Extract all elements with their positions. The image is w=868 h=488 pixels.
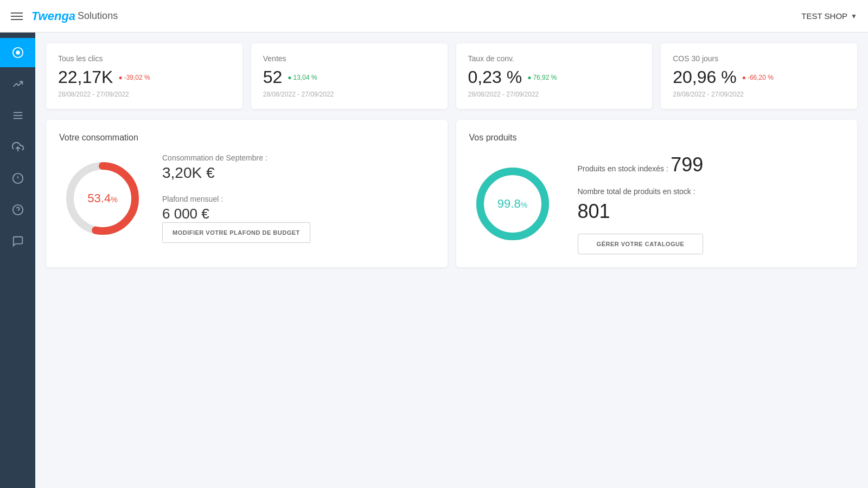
conso-septembre-block: Consommation de Septembre : 3,20K € (162, 153, 310, 182)
bottom-panels: Votre consommation 53.4% Consomma (46, 120, 857, 267)
menu-button[interactable] (11, 12, 23, 20)
stat-card-clics-value-row: 22,17K ● -39,02 % (58, 67, 231, 87)
stat-card-conv-value-row: 0,23 % ● 76,92 % (468, 67, 641, 87)
conso-donut: 53.4% (59, 155, 146, 242)
logo: Twenga Solutions (31, 9, 118, 23)
dot-icon: ● (742, 74, 746, 81)
conso-percentage-text: 53.4% (87, 191, 117, 206)
sidebar (0, 33, 35, 488)
products-stats: Produits en stock indexés : 799 Nombre t… (578, 153, 704, 254)
gerer-catalogue-button[interactable]: GÉRER VOTRE CATALOGUE (578, 234, 704, 254)
shop-label: TEST SHOP (801, 11, 847, 21)
stat-card-ventes-date: 28/08/2022 - 27/09/2022 (263, 91, 436, 98)
stat-card-ventes-badge: ● 13,04 % (288, 74, 317, 81)
produits-total-block: Nombre total de produits en stock : 801 (578, 187, 704, 223)
produits-indexes-label: Produits en stock indexés : (578, 164, 668, 173)
stat-card-conv-date: 28/08/2022 - 27/09/2022 (468, 91, 641, 98)
sidebar-item-upload[interactable] (0, 132, 35, 162)
conso-inner: 53.4% Consommation de Septembre : 3,20K … (59, 153, 435, 243)
stat-card-clics-date: 28/08/2022 - 27/09/2022 (58, 91, 231, 98)
conso-plafond-value: 6 000 € (162, 206, 310, 222)
dot-icon: ● (288, 74, 291, 81)
stat-card-clics-badge: ● -39,02 % (118, 74, 150, 81)
logo-twenga: Twenga (31, 9, 75, 23)
header: Twenga Solutions TEST SHOP ▼ (0, 0, 868, 33)
stat-card-cos-value: 20,96 % (673, 67, 736, 87)
stat-card-cos-value-row: 20,96 % ● -66,20 % (673, 67, 845, 87)
stat-cards-row: Tous les clics 22,17K ● -39,02 % 28/08/2… (46, 43, 857, 109)
stat-card-conv-badge: ● 76,92 % (527, 74, 557, 81)
sidebar-item-chat[interactable] (0, 227, 35, 256)
conso-title: Votre consommation (59, 133, 435, 143)
sidebar-item-help[interactable] (0, 195, 35, 224)
svg-point-1 (16, 50, 20, 54)
produits-donut: 99.8% (469, 160, 556, 247)
products-inner: 99.8% Produits en stock indexés : 799 No… (469, 153, 845, 254)
stat-card-cos-date: 28/08/2022 - 27/09/2022 (673, 91, 845, 98)
produits-title: Vos produits (469, 133, 845, 143)
stat-card-cos-title: COS 30 jours (673, 54, 845, 63)
panel-consommation: Votre consommation 53.4% Consomma (46, 120, 448, 267)
stat-card-ventes-value: 52 (263, 67, 283, 87)
logo-solutions: Solutions (78, 10, 118, 22)
conso-septembre-value: 3,20K € (162, 164, 310, 182)
conso-right: Consommation de Septembre : 3,20K € Plaf… (162, 153, 310, 243)
chevron-down-icon: ▼ (851, 12, 857, 20)
header-left: Twenga Solutions (11, 9, 118, 23)
dot-icon: ● (118, 74, 122, 81)
sidebar-item-analytics[interactable] (0, 69, 35, 99)
dot-icon: ● (527, 74, 531, 81)
modifier-budget-button[interactable]: MODIFIER VOTRE PLAFOND DE BUDGET (162, 222, 310, 243)
stat-card-conv-value: 0,23 % (468, 67, 522, 87)
conso-septembre-label: Consommation de Septembre : (162, 153, 310, 162)
conso-plafond-label: Plafond mensuel : (162, 195, 310, 203)
sidebar-item-billing[interactable] (0, 164, 35, 193)
stat-card-conv: Taux de conv. 0,23 % ● 76,92 % 28/08/202… (456, 43, 653, 109)
produits-total-value: 801 (578, 200, 610, 222)
produits-indexes-block: Produits en stock indexés : 799 (578, 153, 704, 176)
main-content: Tous les clics 22,17K ● -39,02 % 28/08/2… (35, 33, 868, 488)
sidebar-item-list[interactable] (0, 101, 35, 130)
stat-card-ventes: Ventes 52 ● 13,04 % 28/08/2022 - 27/09/2… (251, 43, 448, 109)
stat-card-cos-badge: ● -66,20 % (742, 74, 774, 81)
produits-indexes-value: 799 (671, 153, 703, 176)
stat-card-conv-title: Taux de conv. (468, 54, 641, 63)
produits-percentage-text: 99.8% (497, 197, 527, 211)
stat-card-clics-value: 22,17K (58, 67, 113, 87)
produits-total-label: Nombre total de produits en stock : (578, 187, 704, 196)
stat-card-ventes-value-row: 52 ● 13,04 % (263, 67, 436, 87)
shop-selector[interactable]: TEST SHOP ▼ (801, 11, 857, 21)
conso-plafond-block: Plafond mensuel : 6 000 € MODIFIER VOTRE… (162, 195, 310, 243)
stat-card-ventes-title: Ventes (263, 54, 436, 63)
stat-card-cos: COS 30 jours 20,96 % ● -66,20 % 28/08/20… (661, 43, 857, 109)
panel-produits: Vos produits 99.8% Produits en st (456, 120, 858, 267)
sidebar-item-dashboard[interactable] (0, 38, 35, 67)
stat-card-clics: Tous les clics 22,17K ● -39,02 % 28/08/2… (46, 43, 242, 109)
stat-card-clics-title: Tous les clics (58, 54, 231, 63)
